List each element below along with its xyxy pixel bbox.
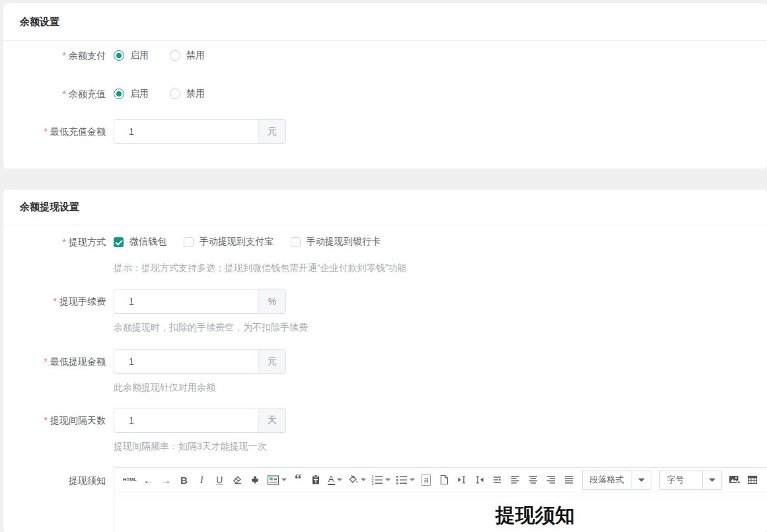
ordered-list-icon: 123 [371,475,383,485]
bank-manual-label[interactable]: 手动提现到银行卡 [307,236,381,248]
abstract-template-button[interactable] [265,471,289,489]
chevron-down-icon [702,471,721,489]
text-direction-button[interactable] [490,471,506,489]
align-center-icon [528,475,538,485]
withdraw-method-label-wrap: *提现方式 [3,234,106,274]
withdraw-fee-item: *提现手续费 % 余额提现时，扣除的手续费空，为不扣除手续费 [3,289,767,334]
editor-content-area[interactable]: 提现须知 [114,492,767,532]
withdraw-notice-label: 提现须知 [69,475,106,486]
chevron-down-icon [385,478,390,481]
insert-image-button[interactable] [727,471,743,489]
min-recharge-label: 最低充值金额 [50,126,106,137]
min-withdraw-label-wrap: *最低提现金额 [3,349,106,394]
withdraw-fee-input-group: % [114,289,286,314]
balance-pay-label-wrap: *余额支付 [3,48,106,63]
align-right-icon [546,475,556,485]
paragraph-format-select[interactable]: 段落格式 [582,471,651,490]
redo-button[interactable]: → [158,471,174,489]
balance-pay-disable-label[interactable]: 禁用 [186,50,205,61]
unordered-list-button[interactable] [394,471,417,489]
alipay-manual-checkbox[interactable] [184,237,194,247]
chevron-down-icon [337,478,342,481]
paragraph-format-label: 段落格式 [583,471,632,489]
balance-pay-enable-radio[interactable] [114,50,124,61]
inline-code-button[interactable]: a [418,471,435,489]
editor-content-heading: 提现须知 [114,492,767,525]
required-asterisk: * [44,126,48,137]
font-color-icon: A [328,475,335,485]
balance-recharge-enable-radio[interactable] [114,89,124,99]
paste-text-icon [310,475,321,485]
withdraw-fee-hint: 余额提现时，扣除的手续费空，为不扣除手续费 [114,321,767,334]
blank-page-icon [439,475,449,485]
balance-recharge-disable-radio[interactable] [170,89,180,99]
min-withdraw-label: 最低提现金额 [50,356,106,367]
indent-button[interactable] [454,471,470,489]
balance-recharge-enable-label[interactable]: 启用 [130,88,149,100]
chevron-down-icon [361,478,366,481]
withdraw-fee-label-wrap: *提现手续费 [3,289,106,334]
bank-manual-checkbox[interactable] [291,237,301,247]
withdraw-method-hint: 提示：提现方式支持多选；提现到微信钱包需开通“企业付款到零钱”功能 [114,262,767,274]
withdraw-interval-hint: 提现间隔频率：如隔3天才能提现一次 [114,440,767,453]
required-asterisk: * [44,356,48,367]
undo-button[interactable]: ← [140,471,157,489]
wechat-wallet-label[interactable]: 微信钱包 [129,236,166,248]
withdraw-interval-input[interactable] [114,408,258,432]
withdraw-interval-label: 提现间隔天数 [50,415,106,426]
clear-format-button[interactable] [229,471,246,489]
new-page-button[interactable] [436,471,453,489]
min-recharge-input[interactable] [114,120,258,143]
required-asterisk: * [63,89,66,99]
background-color-button[interactable] [346,471,368,489]
withdraw-fee-label: 提现手续费 [59,296,106,307]
withdraw-fee-input[interactable] [114,289,258,313]
insert-table-button[interactable] [745,471,761,489]
ordered-list-button[interactable]: 123 [369,471,392,489]
underline-button[interactable]: U [211,471,228,489]
html-source-icon: HTML [123,477,137,482]
paste-text-button[interactable] [308,471,324,489]
outdent-button[interactable] [472,471,488,489]
ltr-direction-icon [492,475,503,485]
bold-button[interactable]: B [176,471,192,489]
min-withdraw-input[interactable] [114,350,258,373]
balance-settings-card: 余额设置 *余额支付 启用 禁用 *余额充值 启用 禁用 [3,3,767,169]
html-source-button[interactable]: HTML [121,471,139,489]
alipay-manual-label[interactable]: 手动提现到支付宝 [200,236,274,248]
withdraw-interval-item: *提现间隔天数 天 提现间隔频率：如隔3天才能提现一次 [3,408,767,453]
blockquote-button[interactable]: “ [290,471,307,489]
font-size-select[interactable]: 字号 [659,471,722,490]
withdraw-method-label: 提现方式 [69,237,106,247]
min-recharge-unit: 元 [258,120,285,143]
balance-recharge-disable-label[interactable]: 禁用 [186,88,205,100]
align-justify-button[interactable] [561,471,577,489]
balance-pay-disable-radio[interactable] [170,50,180,61]
font-color-button[interactable]: A [326,471,344,489]
align-justify-icon [564,475,574,485]
withdraw-interval-unit: 天 [258,408,285,432]
format-brush-button[interactable] [247,471,264,489]
insert-table-icon [747,475,758,485]
underline-icon: U [216,475,223,484]
balance-pay-enable-label[interactable]: 启用 [130,50,149,61]
withdraw-notice-label-wrap: 提现须知 [3,467,106,532]
required-asterisk: * [44,415,48,426]
align-right-button[interactable] [543,471,560,489]
chevron-down-icon [632,471,651,489]
align-left-icon [510,475,521,485]
min-recharge-label-wrap: *最低充值金额 [3,119,106,144]
balance-pay-item: *余额支付 启用 禁用 [3,48,767,63]
balance-recharge-label-wrap: *余额充值 [3,86,106,102]
min-recharge-item: *最低充值金额 元 [3,119,767,144]
chevron-down-icon [281,478,287,481]
italic-button[interactable]: I [194,471,210,489]
align-left-button[interactable] [507,471,524,489]
indent-icon [457,475,467,485]
min-withdraw-hint: 此余额提现针仅对用余额 [114,381,767,394]
format-brush-icon [250,475,260,485]
blockquote-icon: “ [295,476,302,484]
font-size-label: 字号 [660,471,702,489]
wechat-wallet-checkbox[interactable] [114,237,124,247]
align-center-button[interactable] [525,471,542,489]
